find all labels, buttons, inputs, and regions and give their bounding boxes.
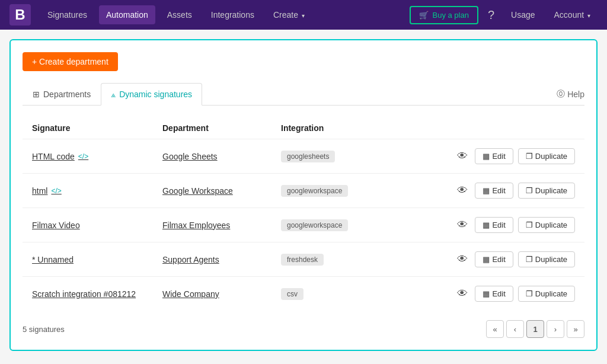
nav-integrations[interactable]: Integrations [204,5,261,24]
table-footer: 5 signatures « ‹ 1 › » [23,311,584,338]
sig-name-cell: Scratch integration #081212 [32,289,162,299]
create-department-button[interactable]: + Create department [23,52,118,71]
dept-cell: Support Agents [162,255,281,264]
duplicate-icon: ❐ [526,152,533,161]
help-circle-icon: ⓪ [557,89,565,100]
row-actions: 👁 ▦ Edit ❐ Duplicate [411,148,575,165]
edit-icon: ▦ [483,289,490,298]
code-icon: </> [51,187,61,195]
duplicate-icon: ❐ [526,186,533,195]
nav-account[interactable]: Account ▾ [547,5,598,24]
duplicate-button[interactable]: ❐ Duplicate [518,183,575,199]
integration-cell: googleworkspace [281,219,411,231]
department-link[interactable]: Support Agents [162,255,219,264]
department-link[interactable]: Google Sheets [162,152,218,161]
duplicate-icon: ❐ [526,221,533,229]
integration-badge: googlesheets [281,151,335,162]
edit-button[interactable]: ▦ Edit [475,217,513,233]
sig-name-cell: Filmax Video [32,221,162,230]
table-header: Signature Department Integration [23,117,584,139]
tab-dynamic-signatures[interactable]: ⟁ Dynamic signatures [101,83,202,106]
create-dropdown-arrow: ▾ [302,12,305,19]
department-link[interactable]: Wide Company [162,289,219,299]
navigation: B Signatures Automation Assets Integrati… [0,0,607,30]
edit-button[interactable]: ▦ Edit [475,183,513,199]
buy-plan-button[interactable]: 🛒 Buy a plan [410,6,478,24]
integration-badge: csv [281,288,304,300]
duplicate-button[interactable]: ❐ Duplicate [518,251,575,267]
integration-cell: googleworkspace [281,185,411,197]
tab-departments[interactable]: ⊞ Departments [23,83,101,105]
department-link[interactable]: Google Workspace [162,186,233,196]
table-row: HTML code </> Google Sheets googlesheets… [23,139,584,174]
signature-count: 5 signatures [23,325,65,334]
dept-cell: Wide Company [162,289,281,299]
nav-automation[interactable]: Automation [99,5,155,24]
nav-create[interactable]: Create ▾ [266,5,312,24]
integration-cell: freshdesk [281,254,411,266]
pagination-next[interactable]: › [547,320,564,338]
duplicate-button[interactable]: ❐ Duplicate [518,148,575,164]
edit-icon: ▦ [483,255,490,264]
edit-icon: ▦ [483,186,490,195]
view-icon[interactable]: 👁 [455,216,470,234]
help-icon[interactable]: ? [483,8,499,22]
sig-name-cell: html </> [32,186,162,196]
edit-button[interactable]: ▦ Edit [475,251,513,267]
row-actions: 👁 ▦ Edit ❐ Duplicate [411,251,575,268]
duplicate-icon: ❐ [526,255,533,264]
row-actions: 👁 ▦ Edit ❐ Duplicate [411,182,575,199]
col-signature: Signature [32,123,162,133]
department-link[interactable]: Filmax Employees [162,221,230,230]
pagination: « ‹ 1 › » [486,320,584,338]
view-icon[interactable]: 👁 [455,148,470,165]
code-icon: </> [78,152,88,161]
logo: B [9,4,31,25]
pagination-prev[interactable]: ‹ [506,320,524,338]
col-department: Department [162,123,281,133]
duplicate-icon: ❐ [526,289,533,298]
edit-button[interactable]: ▦ Edit [475,286,513,302]
content-box: + Create department ⊞ Departments ⟁ Dyna… [9,39,598,351]
dept-cell: Google Sheets [162,152,281,161]
pagination-last[interactable]: » [567,320,584,338]
cart-icon: 🛒 [419,11,429,20]
view-icon[interactable]: 👁 [455,251,470,268]
sig-name-cell: HTML code </> [32,152,162,161]
table-row: Scratch integration #081212 Wide Company… [23,277,584,311]
pagination-first[interactable]: « [486,320,504,338]
signature-link[interactable]: Filmax Video [32,221,162,230]
row-actions: 👁 ▦ Edit ❐ Duplicate [411,216,575,234]
col-integration: Integration [281,123,411,133]
row-actions: 👁 ▦ Edit ❐ Duplicate [411,285,575,302]
departments-icon: ⊞ [33,90,40,99]
edit-button[interactable]: ▦ Edit [475,148,513,164]
main-content: + Create department ⊞ Departments ⟁ Dyna… [0,30,607,360]
account-dropdown-arrow: ▾ [587,12,590,19]
pagination-page-1[interactable]: 1 [526,320,544,338]
integration-badge: googleworkspace [281,219,348,231]
table-row: Filmax Video Filmax Employees googlework… [23,208,584,242]
nav-assets[interactable]: Assets [160,5,199,24]
dynamic-signatures-icon: ⟁ [111,90,116,99]
table-row: html </> Google Workspace googleworkspac… [23,174,584,208]
col-actions [411,123,575,133]
signature-link[interactable]: HTML code </> [32,152,162,161]
view-icon[interactable]: 👁 [455,285,470,302]
integration-badge: googleworkspace [281,185,348,197]
table-body: HTML code </> Google Sheets googlesheets… [23,139,584,311]
signature-link[interactable]: * Unnamed [32,255,162,264]
signature-link[interactable]: Scratch integration #081212 [32,289,162,299]
nav-usage[interactable]: Usage [504,5,542,24]
integration-cell: csv [281,288,411,300]
view-icon[interactable]: 👁 [455,182,470,199]
signature-link[interactable]: html </> [32,186,162,196]
duplicate-button[interactable]: ❐ Duplicate [518,217,575,233]
dept-cell: Filmax Employees [162,221,281,230]
duplicate-button[interactable]: ❐ Duplicate [518,286,575,302]
table-row: * Unnamed Support Agents freshdesk 👁 ▦ E… [23,242,584,277]
integration-cell: googlesheets [281,151,411,162]
nav-signatures[interactable]: Signatures [40,5,94,24]
help-link[interactable]: ⓪ Help [557,89,584,100]
sig-name-cell: * Unnamed [32,255,162,264]
